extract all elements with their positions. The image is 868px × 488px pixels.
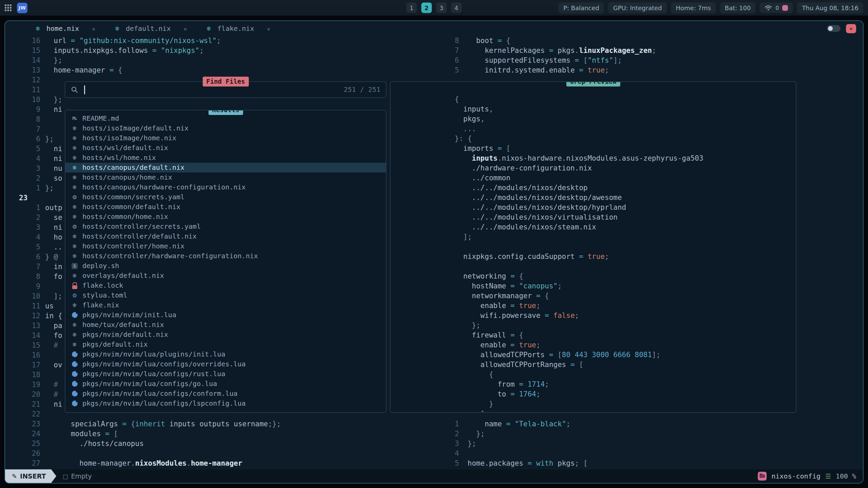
system-tray[interactable]: 0 [760, 3, 793, 13]
workspace-button[interactable]: 3 [436, 3, 447, 13]
buffer-icon [62, 472, 68, 480]
file-path: hosts/controller/default.nix [82, 231, 197, 241]
code-text: ni [45, 144, 62, 154]
file-result-row[interactable]: pkgs/nvim/nvim/lua/configs/go.lua [65, 379, 386, 389]
neovim-window: home.nix default.nix flake.nix [4, 20, 864, 484]
tab-close-icon[interactable] [92, 24, 95, 33]
file-result-row[interactable]: pkgs/nvim/nvim/lua/configs/conform.lua [65, 389, 386, 399]
file-type-icon [70, 321, 79, 329]
line-number: 2 [5, 213, 40, 223]
color-indicator-icon [782, 5, 788, 11]
line-number: 14 [5, 56, 40, 65]
file-result-row[interactable]: stylua.toml [65, 290, 386, 300]
file-type-icon [70, 389, 79, 398]
file-path: pkgs/nvim/nvim/lua/configs/lspconfig.lua [82, 399, 246, 408]
code-text: se [45, 213, 62, 223]
file-path: hosts/canopus/default.nix [82, 163, 184, 172]
code-text: kernelPackages = pkgs.linuxPackages_zen; [468, 46, 656, 56]
file-type-icon [70, 340, 79, 349]
editor-tab[interactable]: flake.nix [196, 21, 279, 36]
file-result-row[interactable]: pkgs/nvim/nvim/lua/configs/lspconfig.lua [65, 399, 386, 408]
tab-close-icon[interactable] [183, 24, 187, 33]
window-close-button[interactable] [846, 24, 856, 33]
file-result-row[interactable]: pkgs/nvim/nvim/lua/configs/overrides.lua [65, 359, 386, 369]
line-number: 10 [5, 291, 40, 301]
code-text: ]; [45, 291, 62, 301]
file-path: hosts/controller/hardware-configuration.… [82, 251, 258, 261]
buffer-status: Empty [62, 472, 92, 480]
app-launcher-icon[interactable] [5, 4, 12, 11]
line-number: 11 [5, 85, 40, 95]
code-text: ov [45, 360, 62, 370]
file-result-row[interactable]: hosts/canopus/hardware-configuration.nix [65, 182, 386, 192]
line-number: 6 [5, 252, 40, 262]
file-result-row[interactable]: flake.nix [65, 300, 386, 310]
file-result-row[interactable]: home/tux/default.nix [65, 320, 386, 330]
status-pill: P: Balanced [558, 2, 604, 14]
workspace-button[interactable]: 4 [451, 3, 462, 13]
line-number: 13 [5, 65, 40, 75]
code-text: ni [45, 154, 62, 164]
results-title: Results [208, 110, 243, 115]
window-toggle[interactable] [827, 25, 841, 32]
file-result-row[interactable]: hosts/common/home.nix [65, 212, 386, 222]
file-type-icon [70, 134, 79, 143]
workspace-button[interactable]: 2 [421, 3, 432, 13]
file-result-row[interactable]: hosts/canopus/home.nix [65, 172, 386, 182]
code-line: 2 }; [424, 429, 588, 439]
code-text: imports = [ [455, 144, 510, 152]
file-result-row[interactable]: hosts/isoImage/default.nix [65, 123, 386, 133]
file-result-row[interactable]: hosts/wsl/home.nix [65, 153, 386, 163]
file-result-row[interactable]: hosts/isoImage/home.nix [65, 133, 386, 143]
logo-badge[interactable]: JW [17, 3, 27, 13]
editor-tab[interactable]: home.nix [25, 21, 104, 36]
code-text: specialArgs = {inherit inputs outputs us… [45, 419, 281, 429]
file-path: pkgs/nvim/nvim/lua/configs/rust.lua [82, 369, 225, 379]
file-result-row[interactable]: hosts/canopus/default.nix [65, 163, 386, 172]
notification-count: 0 [775, 5, 779, 11]
line-number: 1 [5, 183, 40, 193]
code-text: ni [45, 223, 62, 232]
file-path: hosts/canopus/home.nix [82, 172, 172, 182]
line-number: 8 [5, 272, 40, 282]
workspace-button[interactable]: 1 [407, 3, 417, 13]
code-text: from = 1714; [455, 380, 549, 388]
file-result-row[interactable]: pkgs/nvim/nvim/lua/configs/rust.lua [65, 369, 386, 379]
file-type-icon [70, 114, 79, 123]
nix-icon [113, 24, 122, 33]
file-result-row[interactable]: README.md [65, 114, 386, 123]
code-text: pa [45, 321, 62, 331]
line-number: 2 [424, 429, 459, 439]
line-number: 7 [5, 124, 40, 134]
file-result-row[interactable]: hosts/controller/home.nix [65, 241, 386, 251]
find-files-prompt[interactable]: Find Files 251 / 251 [65, 81, 387, 98]
file-result-row[interactable]: hosts/common/secrets.yaml [65, 192, 386, 202]
topbar-right: P: Balanced GPU: Integrated Home: 7ms Ba… [558, 2, 863, 14]
code-text: # [45, 390, 58, 400]
mode-indicator: INSERT [5, 469, 51, 483]
code-line: 7 kernelPackages = pkgs.linuxPackages_ze… [424, 46, 656, 56]
editor-tab[interactable]: default.nix [104, 21, 196, 36]
file-result-row[interactable]: hosts/controller/secrets.yaml [65, 222, 386, 231]
file-result-row[interactable]: hosts/wsl/default.nix [65, 143, 386, 153]
file-result-row[interactable]: pkgs/default.nix [65, 340, 386, 349]
file-result-row[interactable]: deploy.sh [65, 261, 386, 271]
file-result-row[interactable]: overlays/default.nix [65, 271, 386, 281]
code-text: ../common [455, 174, 510, 182]
file-type-icon [70, 242, 79, 251]
project-name: nixos-config [771, 472, 821, 480]
line-number: 26 [5, 449, 40, 459]
file-result-row[interactable]: hosts/controller/default.nix [65, 231, 386, 241]
tab-close-icon[interactable] [267, 24, 270, 33]
file-result-row[interactable]: hosts/common/default.nix [65, 202, 386, 212]
file-result-row[interactable]: pkgs/nvim/nvim/lua/plugins/init.lua [65, 349, 386, 359]
line-number: 4 [424, 449, 459, 459]
file-result-row[interactable]: flake.lock [65, 281, 386, 290]
code-line: 6 supportedFilesystems = ["ntfs"]; [424, 56, 656, 65]
result-counter: 251 / 251 [344, 85, 380, 95]
file-type-icon [70, 350, 79, 359]
file-result-row[interactable]: pkgs/nvim/nvim/init.lua [65, 310, 386, 320]
file-result-row[interactable]: hosts/controller/hardware-configuration.… [65, 251, 386, 261]
file-result-row[interactable]: pkgs/nvim/default.nix [65, 330, 386, 340]
code-text: } [455, 400, 493, 408]
